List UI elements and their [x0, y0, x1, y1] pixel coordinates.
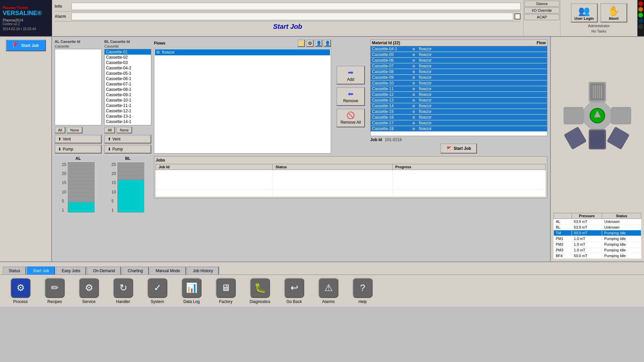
alarm-checkbox[interactable]	[515, 13, 521, 19]
bl-cassette-item[interactable]: Cassette-11-1	[105, 103, 151, 108]
tab-on-demand[interactable]: On-Demand	[87, 266, 121, 275]
material-row[interactable]: Cassette-09⚙flowzor	[371, 75, 547, 80]
bl-cassette-item[interactable]: Cassette-07-1	[105, 81, 151, 87]
bl-cassette-item[interactable]: Cassette-06-1	[105, 76, 151, 81]
al-none-button[interactable]: None	[67, 127, 82, 133]
bl-pump-button[interactable]: ⬇ Pump	[104, 145, 151, 154]
bl-cassette-item[interactable]: Cassette-15-1	[105, 124, 151, 125]
bl-none-button[interactable]: None	[116, 127, 132, 133]
al-all-button[interactable]: All	[55, 127, 65, 133]
material-row[interactable]: Cassette-05⚙flowzor	[371, 52, 547, 58]
abort-button[interactable]: ✋ Abort	[600, 3, 627, 22]
bottom-icon-factory[interactable]: 🖥Factory	[211, 278, 241, 304]
material-list[interactable]: Cassette-04-1⚙flowzorCassette-05⚙flowzor…	[370, 46, 547, 136]
bl-cassette-item[interactable]: Cassette-03	[105, 60, 151, 65]
top-right-buttons: Glance I/O Override ACAP	[523, 0, 560, 36]
user-login-button[interactable]: 👥 User Login	[571, 3, 598, 22]
bottom-icon-alarms[interactable]: ⚠Alarms	[313, 278, 343, 304]
remove-button[interactable]: ⬅ Remove	[336, 87, 365, 106]
material-row[interactable]: Cassette-10⚙flowzor	[371, 80, 547, 86]
bl-cassette-item[interactable]: Cassette-13-1	[105, 114, 151, 119]
io-override-button[interactable]: I/O Override	[524, 7, 559, 13]
bottom-icon-help[interactable]: ?Help	[347, 278, 378, 304]
bl-cassette-item[interactable]: Cassette-08-1	[105, 87, 151, 92]
bl-bar-gray	[118, 163, 144, 180]
bottom-icon-system[interactable]: ✓System	[142, 278, 172, 304]
material-row[interactable]: Cassette-08⚙flowzor	[371, 69, 547, 75]
al-cassette-title: AL Cassette Id	[55, 40, 102, 44]
bl-cassette-item[interactable]: Cassette-04-2	[105, 65, 151, 71]
pressure-entity: AL	[554, 219, 572, 225]
start-job-button[interactable]: 🚩 Start Job	[6, 40, 46, 51]
al-vent-button[interactable]: ⬆ Vent	[55, 135, 102, 143]
help-icon-label: Help	[359, 299, 367, 304]
service-icon-label: Service	[82, 299, 96, 304]
arrow-left-icon: ⬅	[348, 90, 354, 98]
bottom-icon-service[interactable]: ⚙Service	[74, 278, 104, 304]
al-cassette-section: AL Cassette Id Cassette All None ⬆ Vent …	[55, 40, 102, 154]
tab-charting[interactable]: Charting	[122, 266, 149, 275]
tab-job-history[interactable]: Job History	[187, 266, 219, 275]
help-icon: ?	[353, 278, 373, 298]
material-row[interactable]: Cassette-13⚙flowzor	[371, 98, 547, 103]
bl-cassette-item[interactable]: Cassette-10-1	[105, 98, 151, 103]
material-row[interactable]: Cassette-06⚙flowzor	[371, 58, 547, 63]
start-job-button-2[interactable]: 🚩 Start Job	[440, 143, 477, 154]
tab-easy-jobs[interactable]: Easy Jobs	[56, 266, 86, 275]
bottom-icon-goback[interactable]: ↩Go Back	[279, 278, 309, 304]
bl-cassette-item[interactable]: Cassette-02	[105, 55, 151, 60]
bl-vent-button[interactable]: ⬆ Vent	[104, 135, 151, 143]
flow-item[interactable]: ⚙ flowzor	[155, 49, 330, 55]
material-row[interactable]: Cassette-18⚙flowzor	[371, 126, 547, 132]
bl-cassette-list[interactable]: Cassette-01Cassette-02Cassette-03Cassett…	[104, 49, 151, 125]
bottom-icon-process[interactable]: ⚙Process	[5, 278, 36, 304]
material-row[interactable]: Cassette-04-1⚙flowzor	[371, 46, 547, 52]
pressure-status: Pumping Idle	[602, 253, 641, 259]
bottom-icon-diagnostics[interactable]: 🐛Diagnostics	[245, 278, 275, 304]
start-job-flag-icon: 🚩	[446, 146, 451, 151]
info-input[interactable]	[71, 3, 521, 10]
bl-cassette-item[interactable]: Cassette-01	[105, 49, 151, 55]
flows-list[interactable]: ⚙ flowzor	[154, 48, 331, 154]
bl-cassette-item[interactable]: Cassette-14-1	[105, 119, 151, 124]
flow-star-button[interactable]: ⭐	[298, 40, 305, 47]
bl-cassette-item[interactable]: Cassette-09-1	[105, 92, 151, 98]
flow-user1-button[interactable]: 👤	[315, 40, 322, 47]
jobs-col-progress: Progress	[392, 164, 545, 170]
glance-button[interactable]: Glance	[524, 1, 559, 7]
tab-manual-mode[interactable]: Manual Mode	[150, 266, 186, 275]
pressure-status: Pumping Idle	[602, 236, 641, 242]
material-row[interactable]: Cassette-11⚙flowzor	[371, 86, 547, 92]
material-row[interactable]: Cassette-12⚙flowzor	[371, 92, 547, 98]
status-light-orange	[638, 7, 643, 12]
material-row[interactable]: Cassette-14⚙flowzor	[371, 103, 547, 109]
status-light-blue	[638, 18, 643, 23]
bl-all-button[interactable]: All	[104, 127, 115, 133]
bottom-icon-handler[interactable]: ↻Handler	[108, 278, 138, 304]
al-pump-button[interactable]: ⬇ Pump	[55, 145, 102, 154]
bl-bar-title: BL	[125, 156, 130, 161]
al-cassette-list[interactable]	[55, 49, 102, 125]
pressure-row: BF4 50.0 mT Pumping Idle	[554, 253, 641, 259]
tab-start-job[interactable]: Start Job	[27, 266, 55, 275]
material-row[interactable]: Cassette-15⚙flowzor	[371, 109, 547, 115]
pressure-value: 50.0 mT	[572, 230, 602, 236]
bl-cassette-item[interactable]: Cassette-05-1	[105, 71, 151, 76]
status-light-panel	[637, 0, 644, 36]
material-id-header: Material Id (22)	[372, 41, 400, 45]
flow-gear-button[interactable]: ⚙	[306, 40, 314, 47]
material-row[interactable]: Cassette-07⚙flowzor	[371, 63, 547, 69]
add-button[interactable]: ➡ Add	[336, 66, 365, 84]
recipes-icon-label: Recipes	[47, 299, 62, 304]
alarm-input[interactable]	[71, 13, 513, 20]
remove-all-button[interactable]: 🚫 Remove All	[336, 109, 365, 127]
acap-button[interactable]: ACAP	[524, 14, 559, 20]
material-row[interactable]: Cassette-16⚙flowzor	[371, 115, 547, 120]
pressure-value: 1.0 mT	[572, 236, 602, 242]
bottom-icon-recipes[interactable]: ✏Recipes	[40, 278, 70, 304]
tab-status[interactable]: Status	[3, 266, 26, 275]
bl-cassette-item[interactable]: Cassette-12-1	[105, 108, 151, 114]
material-row[interactable]: Cassette-17⚙flowzor	[371, 120, 547, 126]
flow-user2-button[interactable]: 👤	[324, 40, 331, 47]
bottom-icon-datalog[interactable]: 📊Data Log	[176, 278, 207, 304]
